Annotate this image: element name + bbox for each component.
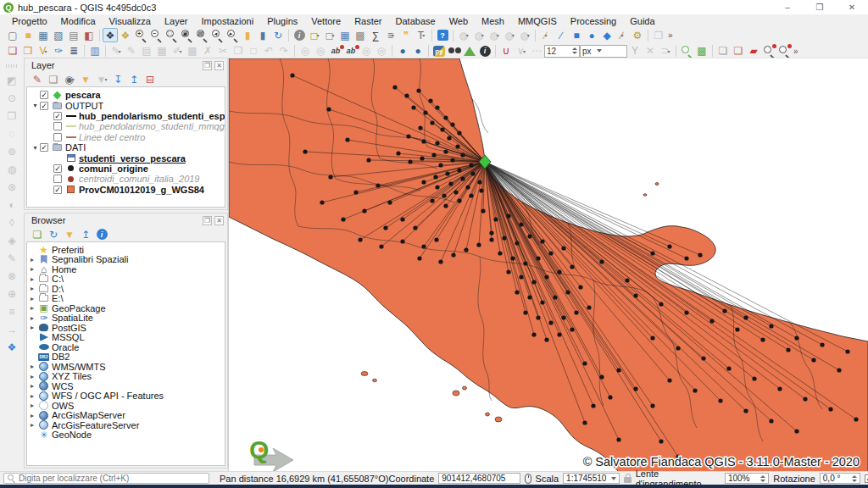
- save-project-button[interactable]: ▦: [36, 28, 51, 42]
- search-plugin-button[interactable]: [447, 44, 462, 58]
- zoom-last-button[interactable]: ◂: [209, 28, 225, 42]
- filter-browser-button[interactable]: ▼: [62, 227, 77, 241]
- zoom-point-red-2-button[interactable]: [776, 44, 792, 58]
- layer-item-comuni-origine[interactable]: ✓comuni_origine: [27, 164, 225, 174]
- new-virtual-layer-button[interactable]: ▥: [87, 44, 103, 58]
- rail-tool-8[interactable]: ◊: [5, 216, 19, 230]
- new-annotation-yellow-button[interactable]: ∕▾: [538, 28, 554, 42]
- layer-visibility-checkbox[interactable]: [53, 122, 62, 130]
- osm-info-button[interactable]: i: [477, 44, 492, 58]
- magnifier-spin[interactable]: 100%: [725, 473, 769, 484]
- menu-impostazioni[interactable]: Impostazioni: [194, 16, 260, 26]
- label-tool-3-button[interactable]: ◍▾: [487, 28, 502, 42]
- topology-branch-button[interactable]: Y: [627, 44, 643, 58]
- snapping-magnet-button[interactable]: ∪: [498, 44, 514, 58]
- menu-plugins[interactable]: Plugins: [260, 16, 304, 26]
- remove-layer-button[interactable]: ⊟: [142, 72, 158, 86]
- label-tool-5-button[interactable]: ◍▾: [517, 28, 532, 42]
- expander-icon[interactable]: ▸: [27, 373, 37, 380]
- menu-guida[interactable]: Guida: [623, 16, 661, 26]
- pan-map-button[interactable]: ❖: [103, 28, 118, 42]
- metasearch-button[interactable]: ●: [395, 44, 410, 58]
- browser-item-home[interactable]: ▸⌂Home: [27, 264, 225, 274]
- select-features-button[interactable]: ◻▾: [307, 28, 322, 42]
- menu-web[interactable]: Web: [442, 16, 475, 26]
- rail-tool-1[interactable]: ⊙: [5, 92, 19, 105]
- label-gray-3-button[interactable]: ◎: [359, 44, 374, 58]
- topology-cross-button[interactable]: ✕: [643, 44, 658, 58]
- filter-legend-button[interactable]: ▼: [78, 72, 93, 86]
- snapping-type-button[interactable]: ∨▾: [514, 44, 529, 58]
- show-bookmarks-button[interactable]: ▮: [255, 28, 270, 42]
- toggle-editing-button[interactable]: ✎▾: [108, 44, 124, 58]
- refresh-map-button[interactable]: ↻: [270, 28, 286, 42]
- add-selected-layers-button[interactable]: ❏: [30, 227, 45, 241]
- locator-search[interactable]: [3, 473, 209, 484]
- datasource-manager-button[interactable]: ❏: [5, 44, 20, 58]
- label-tool-1-button[interactable]: ◍▾: [456, 28, 471, 42]
- rail-tool-12[interactable]: ⊕: [5, 287, 19, 301]
- layer-item-dati[interactable]: ▾✓DATI: [27, 142, 225, 152]
- cut-features-button[interactable]: ✂: [215, 44, 231, 58]
- expander-icon[interactable]: ▸: [27, 421, 37, 429]
- vertex-tool-button[interactable]: ✐▾: [170, 44, 185, 58]
- open-attribute-table-button[interactable]: ▦: [337, 28, 353, 42]
- lock-scale-icon[interactable]: [624, 477, 631, 483]
- processing-toolbox-button[interactable]: [679, 44, 694, 58]
- expander-icon[interactable]: ▸: [27, 324, 37, 331]
- browser-item-d[interactable]: ▸D:\: [27, 284, 225, 294]
- expander-icon[interactable]: ▸: [27, 265, 37, 273]
- rail-tool-2[interactable]: ❐: [5, 109, 19, 123]
- rail-tool-5[interactable]: ◍: [5, 163, 19, 176]
- browser-item-geopackage[interactable]: ▸▣GeoPackage: [27, 303, 225, 313]
- map-tips-button[interactable]: ❞: [398, 28, 414, 42]
- label-pin-red-button[interactable]: ab: [343, 44, 359, 58]
- layer-visibility-checkbox[interactable]: ✓: [53, 164, 62, 173]
- zoom-out-button[interactable]: −: [148, 28, 164, 42]
- collapse-all-button[interactable]: ↥: [126, 72, 142, 86]
- layout-page-2-button[interactable]: ❏: [731, 44, 746, 58]
- close-button[interactable]: ✕: [836, 0, 868, 14]
- rail-tool-7[interactable]: ◐: [5, 198, 19, 212]
- layer-visibility-checkbox[interactable]: [53, 175, 62, 183]
- expander-icon[interactable]: ▸: [27, 382, 37, 390]
- collapse-all-browser-button[interactable]: ↥: [78, 227, 93, 241]
- rail-tool-3[interactable]: ◌: [5, 127, 19, 141]
- minimize-button[interactable]: –: [771, 0, 804, 14]
- expander-icon[interactable]: ▾: [31, 102, 40, 109]
- identify-features-button[interactable]: i: [292, 28, 307, 42]
- browser-item-ows[interactable]: ▸OWS: [27, 401, 225, 411]
- expander-icon[interactable]: ▾: [31, 144, 40, 152]
- copy-layer-style-button[interactable]: ❐: [651, 28, 666, 42]
- zoom-to-layer-button[interactable]: ▤: [194, 28, 209, 42]
- browser-item-mssql[interactable]: MSSQL: [27, 333, 225, 343]
- menu-processing[interactable]: Processing: [564, 16, 623, 26]
- render-checkbox[interactable]: ✓: [865, 474, 868, 483]
- pan-to-selection-button[interactable]: ❖: [118, 28, 133, 42]
- save-edits-button[interactable]: ▤: [139, 44, 154, 58]
- current-edits-button[interactable]: ✎: [124, 44, 139, 58]
- tolerance-unit-select[interactable]: px: [580, 45, 627, 58]
- add-vector-layer-button[interactable]: ❒: [20, 44, 36, 58]
- map-canvas[interactable]: QQ© Salvatore Fiandaca QGIS - 3.11.0-Mas…: [228, 58, 868, 471]
- toolbar-drag-handle[interactable]: [6, 64, 18, 68]
- browser-item-wfs-ogc-api-features[interactable]: ▸WFS / OGC API - Features: [27, 391, 225, 402]
- layer-visibility-checkbox[interactable]: ✓: [40, 91, 48, 99]
- rotation-spin[interactable]: 0,0 °: [820, 473, 861, 484]
- undo-button[interactable]: ↶: [261, 44, 276, 58]
- label-tool-2-button[interactable]: ◍▾: [471, 28, 487, 42]
- browser-item-postgis[interactable]: ▸PostGIS: [27, 323, 225, 333]
- browser-item-spatialite[interactable]: ▸✑SpatiaLite: [27, 313, 225, 324]
- layer-visibility-checkbox[interactable]: ✓: [53, 186, 62, 194]
- delete-selected-button[interactable]: ✗: [200, 44, 215, 58]
- rail-tool-14[interactable]: →: [5, 323, 19, 336]
- open-project-button[interactable]: ■: [20, 28, 36, 42]
- add-raster-layer-button[interactable]: V▾: [36, 44, 51, 58]
- rail-tool-9[interactable]: ◈: [5, 234, 19, 247]
- save-project-as-button[interactable]: ▧: [51, 28, 66, 42]
- browser-item-db2[interactable]: DB2DB2: [27, 352, 225, 363]
- layout-page-1-button[interactable]: ❏: [715, 44, 731, 58]
- add-group-button[interactable]: ❏: [46, 72, 61, 86]
- menu-progetto[interactable]: Progetto: [5, 16, 54, 26]
- layer-visibility-checkbox[interactable]: ✓: [40, 143, 48, 152]
